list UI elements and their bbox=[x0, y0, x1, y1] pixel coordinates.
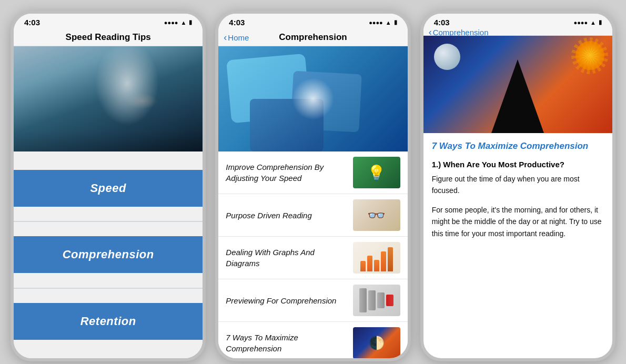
wifi-icon: ▲ bbox=[180, 19, 186, 26]
glasses-thumb bbox=[353, 199, 400, 231]
menu-item-speed-label: Speed bbox=[90, 181, 126, 195]
list-row-thumbnail bbox=[353, 199, 400, 231]
article-title: 7 Ways To Maximize Comprehension bbox=[432, 140, 604, 153]
domino-3 bbox=[377, 292, 385, 308]
bar-3 bbox=[374, 260, 379, 271]
signal-dots-icon-3: ●●●● bbox=[574, 19, 588, 26]
phone-1: 4:03 ●●●● ▲ ▮ Speed Reading Tips Speed C… bbox=[11, 11, 206, 361]
menu-item-comprehension-label: Comprehension bbox=[63, 248, 154, 261]
menu-item-speed[interactable]: Speed bbox=[14, 170, 203, 207]
menu-divider-2 bbox=[14, 288, 203, 289]
list-hero-image bbox=[218, 46, 407, 151]
sun-graphic bbox=[575, 41, 604, 70]
article-paragraph-1: Figure out the time of day when you are … bbox=[432, 173, 604, 197]
list-row[interactable]: Purpose Driven Reading bbox=[218, 194, 407, 237]
nav-bar-3: ‹ Comprehension bbox=[423, 29, 612, 36]
menu-item-retention-label: Retention bbox=[80, 315, 136, 328]
lightbulb-thumb bbox=[353, 157, 400, 188]
hero-image bbox=[14, 46, 203, 151]
chart-thumb bbox=[353, 242, 400, 274]
phone2-content: Improve Comprehension By Adjusting Your … bbox=[218, 46, 407, 358]
article-section-heading: 1.) When Are You Most Productive? bbox=[432, 160, 604, 169]
nav-title-2: Comprehension bbox=[279, 32, 347, 43]
domino-1 bbox=[359, 288, 367, 312]
article-paragraph-2: For some people, it's the morning, and f… bbox=[432, 204, 604, 239]
nav-bar-1: Speed Reading Tips bbox=[14, 29, 203, 46]
status-bar-2: 4:03 ●●●● ▲ ▮ bbox=[218, 14, 407, 29]
list-row[interactable]: Improve Comprehension By Adjusting Your … bbox=[218, 151, 407, 194]
back-label-3: Comprehension bbox=[433, 28, 489, 37]
phone3-content: 7 Ways To Maximize Comprehension 1.) Whe… bbox=[423, 36, 612, 358]
phone1-content: Speed Comprehension Retention bbox=[14, 46, 203, 358]
list-row-label: Dealing With Graphs And Diagrams bbox=[226, 247, 352, 269]
cosmic-thumb bbox=[353, 327, 400, 358]
status-bar-1: 4:03 ●●●● ▲ ▮ bbox=[14, 14, 203, 29]
nav-title-1: Speed Reading Tips bbox=[66, 32, 151, 43]
menu-divider-1 bbox=[14, 221, 203, 222]
list-row[interactable]: Dealing With Graphs And Diagrams bbox=[218, 237, 407, 279]
bar-2 bbox=[367, 256, 372, 271]
status-time-3: 4:03 bbox=[434, 18, 450, 27]
nav-bar-2: ‹ Home Comprehension bbox=[218, 29, 407, 46]
menu-item-retention[interactable]: Retention bbox=[14, 303, 203, 340]
battery-icon: ▮ bbox=[189, 19, 192, 26]
wifi-icon-2: ▲ bbox=[386, 19, 391, 26]
article-body: 7 Ways To Maximize Comprehension 1.) Whe… bbox=[423, 133, 612, 254]
phone-3: 4:03 ●●●● ▲ ▮ ‹ Comprehension 7 Ways To … bbox=[420, 11, 615, 361]
signal-dots-icon-2: ●●●● bbox=[369, 19, 383, 26]
wifi-icon-3: ▲ bbox=[590, 19, 596, 26]
bar-1 bbox=[360, 261, 366, 271]
list-row-label: Previewing For Comprehension bbox=[226, 295, 352, 306]
hero-face-graphic bbox=[14, 46, 203, 151]
domino-2 bbox=[368, 290, 376, 310]
phone-2: 4:03 ●●●● ▲ ▮ ‹ Home Comprehension Impro… bbox=[215, 11, 410, 361]
article-hero-image bbox=[423, 36, 612, 133]
domino-4 bbox=[386, 295, 393, 306]
list-glow bbox=[292, 78, 334, 120]
list-rows: Improve Comprehension By Adjusting Your … bbox=[218, 151, 407, 358]
list-row[interactable]: Previewing For Comprehension bbox=[218, 279, 407, 322]
menu-item-comprehension[interactable]: Comprehension bbox=[14, 236, 203, 273]
battery-icon-2: ▮ bbox=[394, 19, 397, 26]
bar-5 bbox=[388, 247, 393, 271]
back-button-2[interactable]: ‹ Home bbox=[224, 32, 249, 43]
back-label-2: Home bbox=[228, 33, 249, 42]
tree-graphic bbox=[491, 59, 544, 133]
list-row-label: Improve Comprehension By Adjusting Your … bbox=[226, 161, 352, 184]
status-icons-2: ●●●● ▲ ▮ bbox=[369, 19, 397, 26]
back-chevron-icon-2: ‹ bbox=[224, 32, 227, 43]
status-time-2: 4:03 bbox=[229, 18, 245, 27]
list-row-label: Purpose Driven Reading bbox=[226, 210, 352, 221]
list-row-thumbnail bbox=[353, 285, 400, 316]
battery-icon-3: ▮ bbox=[599, 19, 602, 26]
menu-list: Speed Comprehension Retention bbox=[14, 151, 203, 358]
article-title-text: 7 Ways To Maximize Comprehension bbox=[432, 141, 589, 151]
list-row-thumbnail bbox=[353, 327, 400, 358]
list-row-thumbnail bbox=[353, 242, 400, 274]
status-time-1: 4:03 bbox=[24, 18, 40, 27]
list-row[interactable]: 7 Ways To Maximize Comprehension bbox=[218, 322, 407, 358]
status-icons-1: ●●●● ▲ ▮ bbox=[164, 19, 192, 26]
moon-graphic bbox=[434, 44, 460, 70]
list-row-label: 7 Ways To Maximize Comprehension bbox=[226, 332, 352, 354]
signal-dots-icon: ●●●● bbox=[164, 19, 178, 26]
domino-thumb bbox=[353, 285, 400, 316]
list-row-thumbnail bbox=[353, 157, 400, 188]
status-icons-3: ●●●● ▲ ▮ bbox=[574, 19, 602, 26]
bar-4 bbox=[381, 251, 386, 271]
